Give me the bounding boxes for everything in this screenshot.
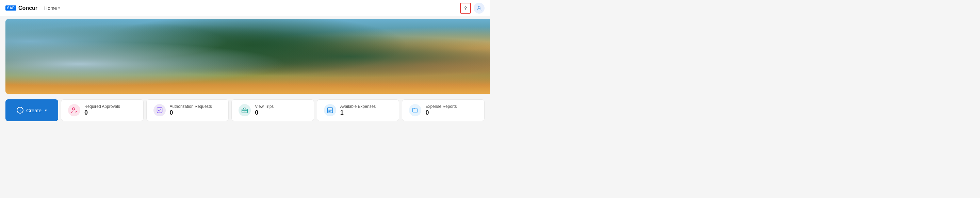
required-approvals-info: Required Approvals 0 (84, 104, 137, 116)
sap-logo: SAP (5, 5, 16, 11)
view-trips-card[interactable]: View Trips 0 (231, 99, 314, 121)
header-left: SAP Concur Home ▾ (5, 4, 63, 12)
svg-point-0 (478, 6, 480, 8)
svg-rect-2 (157, 108, 162, 113)
available-expenses-icon-bg (324, 104, 336, 116)
create-button-label: Create (26, 108, 41, 113)
expense-reports-info: Expense Reports 0 (425, 104, 477, 116)
authorization-requests-count: 0 (170, 109, 222, 116)
authorization-requests-icon-bg (153, 104, 166, 116)
header-right: ? (460, 3, 485, 14)
create-button[interactable]: + Create ▾ (5, 99, 58, 121)
view-trips-info: View Trips 0 (255, 104, 307, 116)
home-nav-item[interactable]: Home ▾ (41, 4, 63, 12)
question-mark-icon: ? (464, 5, 467, 11)
person-check-icon (71, 107, 78, 114)
user-avatar[interactable] (474, 3, 485, 14)
create-plus-icon: + (17, 107, 24, 114)
authorization-requests-label: Authorization Requests (170, 104, 222, 109)
view-trips-label: View Trips (255, 104, 307, 109)
view-trips-count: 0 (255, 109, 307, 116)
check-icon (156, 107, 163, 114)
app-header: SAP Concur Home ▾ ? (0, 0, 490, 16)
expense-reports-count: 0 (425, 109, 477, 116)
concur-text: Concur (18, 5, 37, 11)
view-trips-icon-bg (239, 104, 251, 116)
svg-point-1 (73, 108, 75, 110)
user-icon (476, 5, 482, 11)
expense-reports-label: Expense Reports (425, 104, 477, 109)
create-chevron-icon: ▾ (45, 108, 47, 112)
authorization-requests-info: Authorization Requests 0 (170, 104, 222, 116)
authorization-requests-card[interactable]: Authorization Requests 0 (146, 99, 229, 121)
home-nav-label: Home (44, 5, 57, 11)
expense-reports-icon-bg (409, 104, 421, 116)
available-expenses-card[interactable]: Available Expenses 1 (317, 99, 399, 121)
hero-image (5, 19, 490, 94)
hero-banner (5, 19, 490, 94)
required-approvals-icon-bg (68, 104, 80, 116)
available-expenses-label: Available Expenses (340, 104, 392, 109)
list-icon (327, 107, 334, 114)
available-expenses-info: Available Expenses 1 (340, 104, 392, 116)
folder-icon (412, 107, 418, 114)
required-approvals-label: Required Approvals (84, 104, 137, 109)
available-expenses-count: 1 (340, 109, 392, 116)
action-cards-row: + Create ▾ Required Approvals 0 Authoriz… (0, 97, 490, 125)
home-nav-chevron-icon: ▾ (58, 6, 60, 10)
logo-area: SAP Concur (5, 5, 37, 11)
expense-reports-card[interactable]: Expense Reports 0 (402, 99, 485, 121)
help-button[interactable]: ? (460, 3, 471, 14)
required-approvals-card[interactable]: Required Approvals 0 (61, 99, 143, 121)
briefcase-icon (241, 107, 248, 114)
required-approvals-count: 0 (84, 109, 137, 116)
